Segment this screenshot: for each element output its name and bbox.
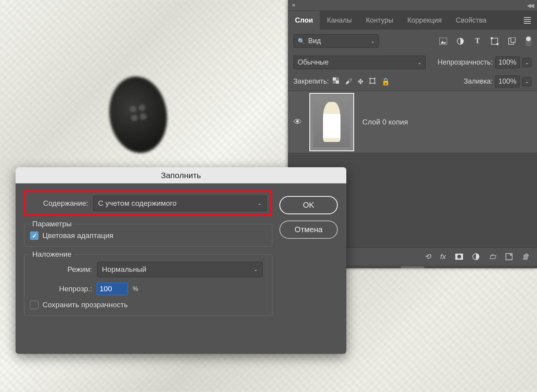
blend-legend: Наложение [30,250,74,259]
image-icon[interactable] [439,37,447,46]
filter-kind-label: Вид [308,37,321,45]
svg-rect-8 [333,77,336,80]
filter-toggle[interactable] [525,36,532,47]
params-legend: Параметры [30,220,74,228]
color-adapt-checkbox[interactable] [30,231,39,240]
mask-icon[interactable] [455,254,463,260]
preserve-checkbox[interactable] [30,301,39,309]
svg-rect-11 [333,80,336,84]
lock-label: Закрепить: [293,77,329,86]
move-icon[interactable]: ✥ [358,77,363,86]
group-icon[interactable]: 🗀 [489,252,496,261]
layer-filter-row: 🔍 Вид ⌄ T [288,30,537,52]
mode-select[interactable]: Нормальный ⌄ [97,262,263,277]
link-icon[interactable]: ⟲ [425,252,431,261]
panel-topbar: × ◀◀ [288,0,537,11]
blend-mode-value: Обычные [298,58,329,66]
tab-properties[interactable]: Свойства [449,11,493,30]
canvas-detail [129,104,147,121]
chevron-down-icon: ⌄ [258,201,261,206]
dialog-opacity-label: Непрозр.: [34,285,92,293]
dialog-title: Заполнить [16,167,346,184]
shape-icon[interactable] [490,37,499,46]
layer-name[interactable]: Слой 0 копия [362,118,408,126]
new-icon[interactable] [505,253,512,260]
tab-layers[interactable]: Слои [288,11,320,30]
panel-menu-icon[interactable] [518,11,537,30]
lock-all-icon[interactable]: 🔒 [381,77,390,86]
opacity-value[interactable]: 100% [495,56,520,68]
svg-rect-12 [370,79,375,83]
brush-icon[interactable]: 🖌 [345,77,352,86]
svg-rect-4 [491,37,493,39]
chevron-down-icon: ⌄ [254,267,258,272]
collapse-icon[interactable]: ◀◀ [527,2,533,9]
fill-value[interactable]: 100% [495,75,520,88]
svg-point-18 [457,255,461,259]
preserve-label: Сохранить прозрачность [42,301,128,309]
tab-channels[interactable]: Каналы [320,11,359,30]
trash-icon[interactable]: 🗑 [522,252,529,261]
svg-rect-5 [497,43,498,45]
color-adapt-label: Цветовая адаптация [42,231,113,240]
tab-adjustments[interactable]: Коррекция [400,11,449,30]
blend-fieldset: Наложение Режим: Нормальный ⌄ Непрозр.: … [24,254,272,316]
type-icon[interactable]: T [473,37,482,46]
adjust-icon[interactable] [456,37,465,46]
chevron-down-icon: ⌄ [418,60,421,65]
layer-item[interactable]: 👁 Слой 0 копия [288,91,537,153]
panel-tabs: Слои Каналы Контуры Коррекция Свойства [288,11,537,30]
svg-rect-20 [506,254,512,260]
filter-kind-select[interactable]: 🔍 Вид ⌄ [293,34,379,48]
lock-pixels-icon[interactable] [333,77,340,86]
content-row-highlight: Содержание: С учетом содержимого ⌄ [24,191,272,216]
fill-label: Заливка: [464,77,493,86]
svg-rect-0 [439,38,447,45]
opacity-input[interactable] [97,283,128,295]
visibility-icon[interactable]: 👁 [288,117,307,127]
adjustment-icon[interactable] [472,253,479,260]
layer-thumbnail[interactable] [309,93,354,151]
svg-rect-10 [336,77,339,80]
opacity-suffix: % [133,285,138,292]
blend-row: Обычные ⌄ Непрозрачность: 100% ⌄ [288,52,537,72]
fx-icon[interactable]: fx [440,252,446,261]
search-icon: 🔍 [298,38,305,45]
params-fieldset: Параметры Цветовая адаптация [24,224,272,247]
smartobj-icon[interactable] [507,37,516,46]
artboard-icon[interactable] [369,77,376,86]
lock-row: Закрепить: 🖌 ✥ 🔒 Заливка: 100% ⌄ [288,72,537,91]
svg-marker-1 [440,41,446,44]
ok-button[interactable]: OK [279,196,338,214]
svg-rect-7 [511,37,515,42]
svg-rect-9 [336,80,339,84]
content-select[interactable]: С учетом содержимого ⌄ [93,196,267,211]
blend-mode-select[interactable]: Обычные ⌄ [293,56,426,69]
chevron-down-icon: ⌄ [371,38,375,44]
fill-dialog: Заполнить Содержание: С учетом содержимо… [16,167,346,354]
chevron-down-icon[interactable]: ⌄ [522,77,532,86]
opacity-label: Непрозрачность: [438,58,493,66]
content-label: Содержание: [30,199,88,208]
chevron-down-icon[interactable]: ⌄ [522,58,532,67]
mode-value: Нормальный [102,265,146,274]
content-value: С учетом содержимого [98,199,177,208]
cancel-button[interactable]: Отмена [279,220,338,239]
tab-paths[interactable]: Контуры [359,11,400,30]
close-icon[interactable]: × [292,2,295,9]
mode-label: Режим: [34,265,92,274]
